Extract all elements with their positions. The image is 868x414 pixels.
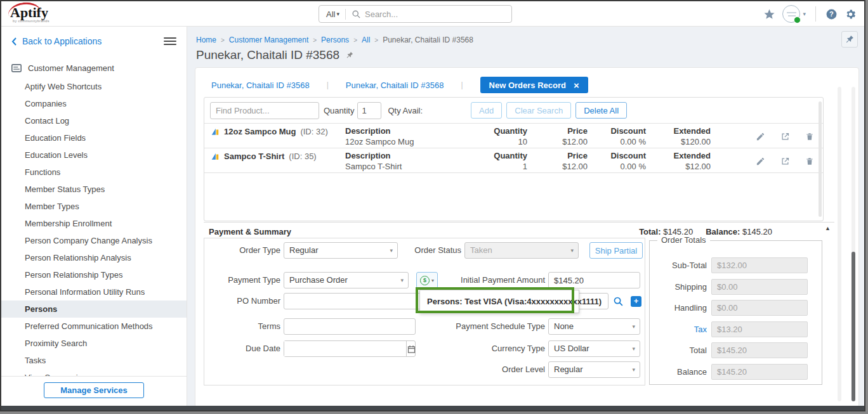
sidebar-item-education-levels[interactable]: Education Levels: [1, 146, 187, 164]
tab-separator: |: [327, 81, 329, 89]
find-product-input[interactable]: [210, 102, 319, 119]
avatar[interactable]: [782, 5, 800, 23]
balance-label: Balance:: [706, 227, 740, 236]
payment-type-select[interactable]: Purchase Order▾: [284, 272, 409, 288]
ship-partial-button[interactable]: Ship Partial: [589, 242, 643, 259]
tab-person-1[interactable]: Punekar, Chaitali ID #3568: [211, 81, 310, 90]
product-list-scrollbar[interactable]: [819, 101, 822, 217]
page-title-row: Punekar, Chaitali ID #3568: [196, 48, 353, 62]
payment-method-dropdown-button[interactable]: $ ▾: [416, 272, 438, 288]
sidebar-item-tasks[interactable]: Tasks: [1, 352, 187, 369]
outer-scrollbar-thumb[interactable]: [852, 252, 855, 401]
sidebar-item-persons[interactable]: Persons: [1, 301, 187, 318]
collapse-section-icon[interactable]: ▲: [825, 225, 831, 231]
pin-panel-button[interactable]: [841, 31, 858, 48]
discount-header: Discount: [588, 126, 646, 136]
clear-search-button[interactable]: Clear Search: [506, 102, 571, 119]
tab-new-orders-record[interactable]: New Orders Record ×: [480, 77, 588, 93]
sidebar-item-member-status-types[interactable]: Member Status Types: [1, 181, 187, 198]
chevron-down-icon: ▾: [431, 278, 434, 283]
sidebar-item-functions[interactable]: Functions: [1, 164, 187, 181]
tab-separator: |: [461, 81, 463, 89]
sidebar-item-aptify-web-shortcuts[interactable]: Aptify Web Shortcuts: [1, 78, 187, 95]
breadcrumb-all[interactable]: All: [362, 36, 370, 44]
quantity-input[interactable]: [357, 102, 381, 119]
sidebar-item-person-company-change-analysis[interactable]: Person Company Change Analysis: [1, 232, 187, 249]
sidebar-item-education-fields[interactable]: Education Fields: [1, 129, 187, 146]
tab-new-orders-label: New Orders Record: [489, 81, 566, 90]
search-scope-dropdown[interactable]: All: [319, 10, 335, 19]
quantity-value: 1: [480, 161, 527, 172]
product-name[interactable]: Sampco T-Shirt: [224, 152, 284, 161]
online-status-dot: [794, 16, 801, 23]
breadcrumb-sep-icon: >: [353, 37, 357, 44]
sidebar-item-member-types[interactable]: Member Types: [1, 198, 187, 215]
delete-trash-icon[interactable]: [805, 132, 814, 141]
pin-record-icon[interactable]: [346, 51, 353, 59]
breadcrumb-persons[interactable]: Persons: [321, 36, 349, 44]
shipping-label: Shipping: [650, 279, 707, 295]
inner-scrollbar-track[interactable]: [838, 87, 841, 401]
payment-schedule-select[interactable]: None▾: [548, 318, 640, 335]
breadcrumb-sep-icon: >: [313, 37, 317, 44]
chevron-down-icon[interactable]: ▾: [803, 11, 806, 17]
calendar-icon[interactable]: [406, 341, 416, 356]
description-value: 12oz Sampco Mug: [345, 136, 480, 147]
manage-services-button[interactable]: Manage Services: [44, 382, 144, 398]
tab-person-2[interactable]: Punekar, Chaitali ID #3568: [346, 81, 444, 90]
sidebar-item-preferred-communication-methods[interactable]: Preferred Communication Methods: [1, 318, 187, 335]
product-name-cell: Sampco T-Shirt (ID: 35): [211, 150, 345, 172]
favorite-star-icon[interactable]: [763, 8, 775, 20]
gear-icon[interactable]: [845, 8, 857, 20]
sidebar-item-membership-enrollment[interactable]: Membership Enrollment: [1, 215, 187, 232]
breadcrumb-sep-icon: >: [221, 37, 225, 44]
search-input[interactable]: [365, 10, 511, 19]
help-icon[interactable]: ?: [825, 8, 838, 20]
tax-link-label[interactable]: Tax: [650, 321, 707, 337]
chevron-down-icon[interactable]: ▾: [336, 11, 339, 17]
breadcrumb-customer-management[interactable]: Customer Management: [229, 36, 308, 44]
sidebar-item-contact-log[interactable]: Contact Log: [1, 112, 187, 129]
initial-payment-input[interactable]: [548, 272, 640, 288]
close-icon[interactable]: ×: [574, 81, 579, 90]
product-icon: [211, 152, 220, 161]
back-link-label[interactable]: Back to Applications: [22, 36, 102, 46]
order-level-label: Order Level: [453, 361, 545, 378]
search-lookup-icon[interactable]: [613, 296, 624, 307]
terms-input[interactable]: [284, 318, 416, 335]
currency-type-select[interactable]: US Dollar▾: [548, 340, 640, 357]
edit-pencil-icon[interactable]: [756, 132, 765, 141]
add-button[interactable]: Add: [471, 102, 502, 119]
payment-type-label: Payment Type: [204, 272, 280, 288]
sidebar-item-person-relationship-analysis[interactable]: Person Relationship Analysis: [1, 249, 187, 266]
list-icon: [11, 64, 22, 72]
sidebar-item-proximity-search[interactable]: Proximity Search: [1, 335, 187, 352]
price-header: Price: [527, 150, 588, 161]
delete-trash-icon[interactable]: [805, 157, 814, 166]
menu-icon[interactable]: [164, 37, 176, 45]
back-to-applications[interactable]: Back to Applications: [1, 27, 187, 53]
extended-value: $12.00: [646, 161, 711, 172]
add-new-icon[interactable]: +: [631, 296, 641, 307]
due-date-field: [284, 340, 416, 357]
breadcrumb-home[interactable]: Home: [196, 36, 216, 44]
sidebar-item-companies[interactable]: Companies: [1, 95, 187, 112]
delete-all-button[interactable]: Delete All: [575, 102, 627, 119]
open-record-icon[interactable]: [780, 132, 790, 141]
edit-pencil-icon[interactable]: [756, 157, 765, 166]
due-date-input[interactable]: [284, 341, 406, 356]
user-menu[interactable]: ▾: [782, 5, 806, 23]
discount-value: 0.00 %: [588, 161, 646, 172]
order-type-select[interactable]: Regular▾: [284, 242, 398, 259]
sidebar-item-personal-information-utility-runs[interactable]: Personal Information Utility Runs: [1, 283, 187, 301]
product-name[interactable]: 12oz Sampco Mug: [224, 127, 296, 136]
aptify-logo[interactable]: Aptify by communitybrands: [8, 3, 65, 25]
total-label: Total: [650, 342, 707, 358]
open-record-icon[interactable]: [780, 157, 790, 166]
sidebar-app-header[interactable]: Customer Management: [1, 58, 187, 78]
svg-text:?: ?: [829, 10, 834, 18]
sidebar-item-person-relationship-types[interactable]: Person Relationship Types: [1, 266, 187, 283]
payment-method-tooltip[interactable]: Persons: Test VISA (Visa:4xxxxxxxxxxx111…: [419, 290, 579, 313]
balance-label: Balance: [650, 364, 707, 380]
order-level-select[interactable]: Regular▾: [548, 361, 640, 378]
